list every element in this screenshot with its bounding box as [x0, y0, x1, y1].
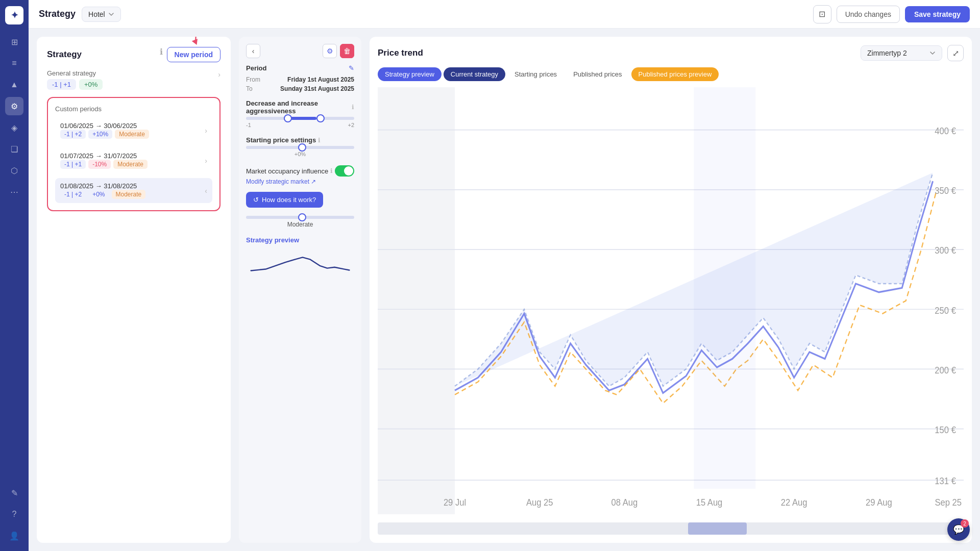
svg-text:250 €: 250 €	[935, 305, 956, 316]
chart-tabs: Strategy preview Current strategy Starti…	[378, 67, 964, 81]
market-level-thumb[interactable]	[298, 213, 306, 221]
svg-text:15 Aug: 15 Aug	[696, 497, 723, 508]
period-from-label: From	[246, 76, 260, 83]
starting-price-title-row: Starting price settings ℹ	[246, 136, 354, 144]
period-tag-2-0: -1 | +2	[60, 190, 86, 199]
strategy-panel-title: Strategy	[47, 49, 82, 60]
period-from-value: Friday 1st August 2025	[287, 76, 354, 83]
tab-strategy-preview[interactable]: Strategy preview	[378, 67, 442, 81]
period-editor: ‹ ⚙ 🗑 Period ✎ From Friday 1st August 20…	[239, 37, 361, 543]
starting-price-section: Starting price settings ℹ +0%	[246, 136, 354, 159]
period-editor-header: ‹ ⚙ 🗑	[246, 44, 354, 58]
sidebar-item-user[interactable]: 👤	[5, 527, 23, 545]
period-tag-0-1: +10%	[88, 130, 112, 139]
info-icon: ℹ	[160, 47, 163, 57]
starting-price-slider[interactable]: +0%	[246, 146, 354, 157]
modify-market-link[interactable]: Modify strategic market ↗	[246, 178, 316, 185]
market-level-slider[interactable]	[246, 216, 354, 219]
slider-min-label: -1	[246, 122, 251, 128]
strategy-preview-section: Strategy preview	[246, 236, 354, 281]
undo-button[interactable]: Undo changes	[837, 6, 900, 23]
market-level-section: Moderate	[246, 214, 354, 228]
chat-button[interactable]: 💬 2	[947, 518, 970, 541]
starting-price-track	[246, 146, 354, 149]
price-trend-title: Price trend	[378, 48, 423, 58]
strategy-preview-chart	[246, 248, 354, 279]
toggle-dot	[344, 166, 353, 176]
period-tag-0-2: Moderate	[115, 130, 149, 139]
period-tag-1-2: Moderate	[113, 160, 148, 169]
slider-thumb-left[interactable]	[284, 114, 292, 122]
hotel-selector[interactable]: Hotel	[82, 7, 121, 22]
period-to-row: To Sunday 31st August 2025	[246, 84, 354, 93]
how-works-button[interactable]: ↺ How does it work?	[246, 192, 323, 208]
content-area: Strategy ℹ New period General strategy ›	[29, 29, 980, 551]
price-trend-header: Price trend Zimmertyp 2 ⤢	[378, 45, 964, 61]
period-tag-2-1: +0%	[88, 190, 109, 199]
main-content: Strategy Hotel ⊡ Undo changes Save strat…	[29, 0, 980, 551]
period-edit-icon[interactable]: ✎	[349, 64, 354, 72]
room-select-chevron	[929, 50, 936, 56]
timeline-scrubber[interactable]	[378, 522, 964, 535]
tab-current-strategy[interactable]: Current strategy	[444, 67, 505, 81]
period-row-1[interactable]: 01/07/2025 → 31/07/2025 -1 | +1 -10% Mod…	[55, 148, 212, 173]
sidebar-item-more[interactable]: ⋯	[5, 183, 23, 201]
period-tag-1-0: -1 | +1	[60, 160, 86, 169]
arrow-indicator	[175, 37, 205, 49]
chart-area: 400 € 350 € 300 € 250 € 200 € 150 € 131 …	[378, 87, 964, 514]
period-row-0[interactable]: 01/06/2025 → 30/06/2025 -1 | +2 +10% Mod…	[55, 118, 212, 143]
room-type-selector[interactable]: Zimmertyp 2	[861, 45, 942, 61]
market-influence-label: Market occupancy influence ℹ	[246, 167, 333, 175]
period-tags-2: -1 | +2 +0% Moderate	[60, 190, 145, 199]
period-dates-section: Period ✎ From Friday 1st August 2025 To …	[246, 64, 354, 93]
sidebar-item-chart[interactable]: ▲	[5, 76, 23, 94]
sidebar-item-dashboard[interactable]: ⊞	[5, 33, 23, 51]
sidebar-item-layers[interactable]: ❏	[5, 140, 23, 158]
sidebar-item-help[interactable]: ?	[5, 505, 23, 523]
period-tags-0: -1 | +2 +10% Moderate	[60, 130, 149, 139]
how-works-label: How does it work?	[262, 196, 316, 204]
room-type-name: Zimmertyp 2	[867, 49, 907, 57]
period-nav: ‹	[246, 44, 260, 58]
period-delete-button[interactable]: 🗑	[340, 44, 354, 58]
general-strategy-label: General strategy	[47, 69, 96, 77]
slider-thumb-right[interactable]	[316, 114, 325, 122]
save-button[interactable]: Save strategy	[905, 6, 970, 22]
market-influence-toggle[interactable]	[335, 165, 354, 177]
sidebar-item-strategy[interactable]: ⚙	[5, 97, 23, 115]
general-tag-0: -1 | +1	[47, 79, 76, 90]
sidebar-item-table[interactable]: ≡	[5, 54, 23, 72]
svg-text:08 Aug: 08 Aug	[611, 497, 638, 508]
tab-published-preview[interactable]: Published prices preview	[631, 67, 719, 81]
custom-periods-label: Custom periods	[55, 105, 212, 113]
aggressiveness-slider[interactable]: -1 +2	[246, 117, 354, 128]
svg-text:350 €: 350 €	[935, 185, 956, 196]
preview-icon-button[interactable]: ⊡	[813, 5, 831, 23]
period-date-1: 01/07/2025 → 31/07/2025	[60, 152, 148, 160]
expand-button[interactable]: ⤢	[947, 45, 964, 61]
svg-rect-23	[694, 87, 755, 489]
price-trend-controls: Zimmertyp 2 ⤢	[861, 45, 964, 61]
general-strategy-tags: -1 | +1 +0%	[47, 79, 220, 90]
general-strategy-expand[interactable]: ›	[218, 70, 220, 79]
period-prev-button[interactable]: ‹	[246, 44, 260, 58]
chevron-down-icon	[108, 11, 114, 17]
app-logo: ✦	[5, 6, 23, 24]
sidebar-item-edit[interactable]: ✎	[5, 484, 23, 502]
starting-price-thumb[interactable]	[298, 143, 306, 152]
svg-marker-0	[192, 39, 198, 45]
svg-text:131 €: 131 €	[935, 476, 956, 487]
period-row-2[interactable]: 01/08/2025 → 31/08/2025 -1 | +2 +0% Mode…	[55, 178, 212, 203]
sidebar-item-alert[interactable]: ◈	[5, 118, 23, 137]
aggressiveness-section: Decrease and increase aggressiveness ℹ -…	[246, 99, 354, 130]
starting-price-value: +0%	[246, 151, 354, 157]
how-works-icon: ↺	[253, 196, 259, 204]
slider-track	[246, 117, 354, 120]
period-date-2: 01/08/2025 → 31/08/2025	[60, 182, 145, 190]
hotel-name: Hotel	[88, 10, 105, 18]
sidebar-item-shop[interactable]: ⬡	[5, 161, 23, 180]
general-strategy-section: General strategy › -1 | +1 +0%	[47, 69, 220, 90]
period-settings-button[interactable]: ⚙	[323, 44, 337, 58]
tab-published-prices[interactable]: Published prices	[566, 67, 629, 81]
tab-starting-prices[interactable]: Starting prices	[507, 67, 564, 81]
